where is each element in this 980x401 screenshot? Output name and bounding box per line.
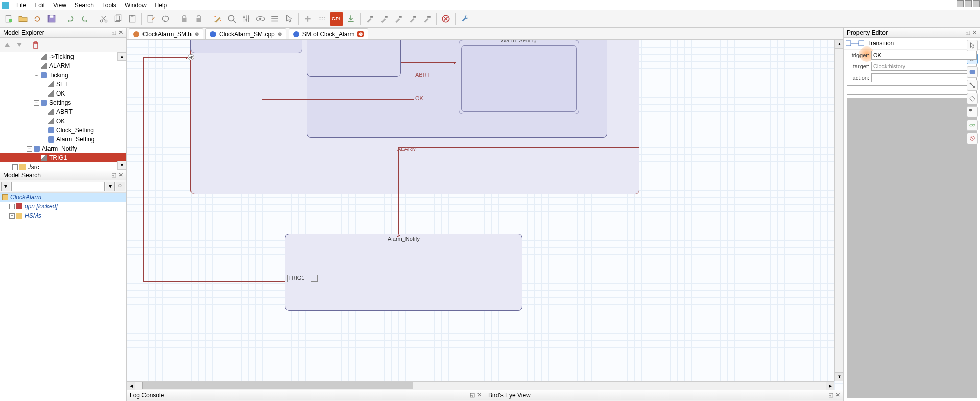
hammer2-button[interactable] xyxy=(377,12,391,26)
search-tree[interactable]: ClockAlarm+qpn [locked]+HSMs xyxy=(0,193,126,401)
expander-icon[interactable]: + xyxy=(9,204,15,209)
dash-button[interactable] xyxy=(316,12,329,26)
trans-alarm[interactable] xyxy=(398,147,399,237)
window-close[interactable] xyxy=(973,0,980,7)
tree-item-ok[interactable]: OK xyxy=(0,116,126,126)
state-clock-setting[interactable] xyxy=(307,40,401,77)
scroll-up-arrow[interactable]: ▲ xyxy=(835,40,843,49)
new-file-button[interactable] xyxy=(2,12,15,26)
tab-sm-of-clock-alarm[interactable]: SM of Clock_Alarm⊗ xyxy=(289,28,369,39)
search-dock-icon[interactable]: ◱ xyxy=(111,172,116,178)
diagram-scroll-horizontal[interactable]: ◀ ▶ xyxy=(127,381,834,390)
eye-button[interactable] xyxy=(254,12,267,26)
state-alarm-setting[interactable]: Alarm_Setting xyxy=(459,40,579,114)
paste-button[interactable] xyxy=(126,12,139,26)
tool-state[interactable] xyxy=(967,66,978,78)
scroll-left-arrow[interactable]: ◀ xyxy=(127,382,135,390)
sliders-button[interactable] xyxy=(240,12,253,26)
delete-icon[interactable] xyxy=(32,41,40,49)
save-button[interactable] xyxy=(45,12,58,26)
tab-clockalarm-sm-cpp[interactable]: ClockAlarm_SM.cpp⊗ xyxy=(205,28,286,39)
expander-icon[interactable]: − xyxy=(27,146,32,152)
nav-down-icon[interactable] xyxy=(15,41,23,49)
open-folder-button[interactable] xyxy=(16,12,30,26)
prop-dock-icon[interactable]: ◱ xyxy=(965,29,970,36)
prop-trigger-input[interactable] xyxy=(871,51,977,60)
state-alarm-notify[interactable]: Alarm_Notify xyxy=(285,234,522,311)
search-go-button[interactable] xyxy=(116,182,125,191)
trans-ok[interactable] xyxy=(262,99,414,100)
expander-icon[interactable]: − xyxy=(34,100,39,106)
menu-help[interactable]: Help xyxy=(151,1,172,10)
tool-link[interactable] xyxy=(967,120,978,131)
tree-item-set[interactable]: SET xyxy=(0,80,126,89)
stop-x-button[interactable] xyxy=(439,12,452,26)
birds-dock-icon[interactable]: ◱ xyxy=(828,392,833,398)
log-close-icon[interactable]: ✕ xyxy=(477,392,482,398)
explorer-close-icon[interactable]: ✕ xyxy=(118,29,123,36)
lock-button[interactable] xyxy=(178,12,191,26)
hammer5-button[interactable] xyxy=(420,12,434,26)
tree-item---ticking[interactable]: ->Ticking xyxy=(0,52,126,61)
tool-stop[interactable] xyxy=(967,133,978,144)
tab-close-icon[interactable]: ⊗ xyxy=(357,31,364,37)
birds-close-icon[interactable]: ✕ xyxy=(835,392,840,398)
tool-transition[interactable] xyxy=(967,80,978,91)
tool-initial[interactable] xyxy=(967,106,978,117)
search-dropdown-button[interactable]: ▾ xyxy=(106,182,115,191)
expander-icon[interactable]: − xyxy=(34,73,39,78)
plus-button[interactable] xyxy=(301,12,315,26)
tree-item-clock-setting[interactable]: Clock_Setting xyxy=(0,126,126,135)
state-sub1[interactable] xyxy=(190,40,302,53)
tree-scroll-down[interactable]: ▼ xyxy=(117,161,126,170)
search-item-qpn--locked-[interactable]: +qpn [locked] xyxy=(0,202,126,211)
tree-item-alarm-notify[interactable]: −Alarm_Notify xyxy=(0,144,126,153)
explorer-tree[interactable]: ▲ ▼ ->TickingALARM−TickingSETOK−Settings… xyxy=(0,52,126,170)
tree-item-ok[interactable]: OK xyxy=(0,89,126,98)
menu-tools[interactable]: Tools xyxy=(98,1,121,10)
list-button[interactable] xyxy=(268,12,281,26)
cycle-button[interactable] xyxy=(159,12,172,26)
hammer1-button[interactable] xyxy=(363,12,376,26)
expander-icon[interactable]: + xyxy=(9,213,15,219)
hammer3-button[interactable] xyxy=(392,12,405,26)
diagram-scroll-vertical[interactable]: ▲ ▼ xyxy=(834,40,843,381)
redo-button[interactable] xyxy=(78,12,91,26)
trans-into-history[interactable] xyxy=(143,57,188,58)
menu-search[interactable]: Search xyxy=(70,1,98,10)
tree-item-alarm-setting[interactable]: Alarm_Setting xyxy=(0,135,126,144)
download-button[interactable] xyxy=(344,12,357,26)
pointer-button[interactable] xyxy=(282,12,296,26)
tool-pointer[interactable] xyxy=(967,40,978,51)
tab-clockalarm-sm-h[interactable]: ClockAlarm_SM.h⊗ xyxy=(129,28,203,39)
tree-item---src[interactable]: +./src xyxy=(0,162,126,170)
tab-close-icon[interactable]: ⊗ xyxy=(195,31,199,37)
search-opt-button[interactable]: ▾ xyxy=(1,182,10,191)
tree-item-alarm[interactable]: ALARM xyxy=(0,61,126,70)
search-close-icon[interactable]: ✕ xyxy=(118,172,123,178)
scroll-down-arrow[interactable]: ▼ xyxy=(835,372,843,381)
menu-file[interactable]: File xyxy=(12,1,30,10)
menu-window[interactable]: Window xyxy=(121,1,151,10)
prop-text-field[interactable] xyxy=(847,85,977,95)
reload-button[interactable] xyxy=(31,12,44,26)
expander-icon[interactable]: + xyxy=(12,164,18,170)
explorer-dock-icon[interactable]: ◱ xyxy=(111,29,116,36)
search-item-clockalarm[interactable]: ClockAlarm xyxy=(0,193,126,202)
window-minimize[interactable] xyxy=(957,0,964,7)
unlock-button[interactable] xyxy=(192,12,205,26)
tree-item-trig1[interactable]: TRIG1 xyxy=(0,153,126,162)
prop-action-input[interactable] xyxy=(871,73,977,82)
tree-item-abrt[interactable]: ABRT xyxy=(0,107,126,116)
tab-close-icon[interactable]: ⊗ xyxy=(278,31,282,37)
magic-button[interactable] xyxy=(211,12,224,26)
undo-button[interactable] xyxy=(64,12,77,26)
prop-close-icon[interactable]: ✕ xyxy=(972,29,977,36)
menu-view[interactable]: View xyxy=(49,1,70,10)
prop-target-input[interactable] xyxy=(871,62,977,71)
trans-to-alarm-setting[interactable] xyxy=(401,62,455,63)
wrench-button[interactable] xyxy=(458,12,471,26)
edit-doc-button[interactable] xyxy=(145,12,158,26)
tool-choice[interactable] xyxy=(967,93,978,104)
window-maximize[interactable] xyxy=(965,0,972,7)
